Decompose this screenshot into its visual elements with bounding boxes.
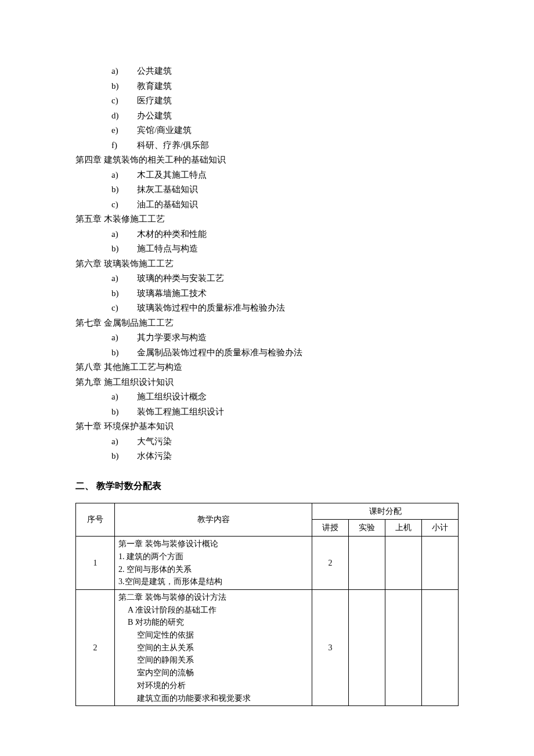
sub-item: a)其力学要求与构造 [75,330,459,345]
sub-item: b)施工特点与构造 [75,242,459,257]
sub-item-marker: d) [111,109,130,124]
content-line: A 准设计阶段的基础工作 [118,604,308,617]
sub-item: d)办公建筑 [75,109,459,124]
chapter-title: 第四章 建筑装饰的相关工种的基础知识 [75,153,459,168]
chapters-container: 第四章 建筑装饰的相关工种的基础知识a)木工及其施工特点b)抹灰工基础知识c)油… [75,153,459,464]
sub-item-text: 木材的种类和性能 [137,227,207,242]
sub-item: b)金属制品装饰过程中的质量标准与检验办法 [75,345,459,361]
sub-item: a)玻璃的种类与安装工艺 [75,271,459,286]
sub-item-text: 大气污染 [137,434,172,449]
sub-item-marker: a) [111,227,130,242]
cell-content: 第二章 装饰与装修的设计方法A 准设计阶段的基础工作B 对功能的研究空间定性的依… [115,590,312,706]
chapter-sub-list: a)木工及其施工特点b)抹灰工基础知识c)油工的基础知识 [75,168,459,213]
sub-item-text: 油工的基础知识 [137,197,198,213]
sub-item-text: 医疗建筑 [137,93,172,109]
sub-item-marker: a) [111,434,130,449]
content-line: 1. 建筑的两个方面 [118,550,308,563]
sub-item-text: 公共建筑 [137,64,172,79]
content-line: B 对功能的研究 [118,616,308,629]
th-computer: 上机 [385,520,422,537]
sub-item: a)木工及其施工特点 [75,168,459,183]
document-page: a)公共建筑b)教育建筑c)医疗建筑d)办公建筑e)宾馆/商业建筑f)科研、疗养… [0,0,534,756]
chapter-sub-list: a)大气污染b)水体污染 [75,434,459,464]
sub-item-text: 装饰工程施工组织设计 [137,405,224,420]
sub-item-text: 玻璃装饰过程中的质量标准与检验办法 [137,301,285,316]
chapter-sub-list: a)施工组织设计概念b)装饰工程施工组织设计 [75,390,459,419]
sub-item-text: 抹灰工基础知识 [137,182,198,197]
sub-item: a)木材的种类和性能 [75,227,459,242]
sub-item-text: 科研、疗养/俱乐部 [137,138,209,153]
sub-item-marker: b) [111,449,130,464]
cell-lecture: 3 [312,590,349,706]
sub-item-marker: b) [111,182,130,197]
sub-item-text: 其力学要求与构造 [137,330,207,345]
sub-item: a)大气污染 [75,434,459,449]
cell-subtotal [422,537,459,590]
hours-table-body: 1第一章 装饰与装修设计概论1. 建筑的两个方面2. 空间与形体的关系3.空间是… [76,537,459,706]
content-line: 第一章 装饰与装修设计概论 [118,538,308,550]
outline-section: a)公共建筑b)教育建筑c)医疗建筑d)办公建筑e)宾馆/商业建筑f)科研、疗养… [75,64,459,464]
sub-item-marker: a) [111,168,130,183]
chapter-title: 第六章 玻璃装饰施工工艺 [75,257,459,272]
sub-item: c)油工的基础知识 [75,197,459,213]
sub-item-marker: b) [111,242,130,257]
cell-lab [349,537,385,590]
sub-item-marker: a) [111,64,130,79]
content-line: 空间定性的依据 [118,629,308,642]
sub-item: b)装饰工程施工组织设计 [75,405,459,420]
sub-item: b)教育建筑 [75,79,459,94]
chapter-title: 第十章 环境保护基本知识 [75,419,459,434]
chapter-title: 第九章 施工组织设计知识 [75,375,459,390]
hours-table-head: 序号 教学内容 课时分配 讲授 实验 上机 小计 [76,503,459,537]
sub-item-marker: e) [111,123,130,138]
sub-item: a)公共建筑 [75,64,459,79]
sub-item-text: 水体污染 [137,449,172,464]
sub-item-text: 办公建筑 [137,109,172,124]
content-line: 建筑立面的功能要求和视觉要求 [118,692,308,705]
sub-item-text: 金属制品装饰过程中的质量标准与检验办法 [137,345,302,361]
sub-item-marker: c) [111,197,130,213]
section-2-title: 二、 教学时数分配表 [75,478,459,494]
th-content: 教学内容 [115,503,312,537]
sub-item: b)玻璃幕墙施工技术 [75,286,459,301]
sub-item-text: 宾馆/商业建筑 [137,123,192,138]
cell-computer [385,590,422,706]
cell-content: 第一章 装饰与装修设计概论1. 建筑的两个方面2. 空间与形体的关系3.空间是建… [115,537,312,590]
chapter-title: 第八章 其他施工工艺与构造 [75,360,459,375]
cell-lab [349,590,385,706]
th-subtotal: 小计 [422,520,459,537]
chapter-title: 第五章 木装修施工工艺 [75,212,459,227]
sub-item: a)施工组织设计概念 [75,390,459,405]
table-row: 2第二章 装饰与装修的设计方法A 准设计阶段的基础工作B 对功能的研究空间定性的… [76,590,459,706]
sub-item: b)抹灰工基础知识 [75,182,459,197]
hours-table: 序号 教学内容 课时分配 讲授 实验 上机 小计 1第一章 装饰与装修设计概论1… [75,503,459,707]
content-line: 空间的主从关系 [118,642,308,654]
th-hours-group: 课时分配 [312,503,459,520]
th-seq: 序号 [76,503,115,537]
content-line: 第二章 装饰与装修的设计方法 [118,591,308,604]
content-line: 空间的静闹关系 [118,654,308,667]
sub-item-text: 施工组织设计概念 [137,390,207,405]
sub-item-marker: c) [111,301,130,316]
sub-item: b)水体污染 [75,449,459,464]
sub-item-marker: a) [111,271,130,286]
sub-item: f)科研、疗养/俱乐部 [75,138,459,153]
chapter-sub-list: a)玻璃的种类与安装工艺b)玻璃幕墙施工技术c)玻璃装饰过程中的质量标准与检验办… [75,271,459,316]
chapter-sub-list: a)木材的种类和性能b)施工特点与构造 [75,227,459,257]
sub-item-marker: c) [111,93,130,109]
sub-item-marker: b) [111,405,130,420]
chapter-title: 第七章 金属制品施工工艺 [75,316,459,331]
sub-item-marker: b) [111,286,130,301]
cell-computer [385,537,422,590]
sub-item: e)宾馆/商业建筑 [75,123,459,138]
chapter-sub-list: a)其力学要求与构造b)金属制品装饰过程中的质量标准与检验办法 [75,330,459,360]
sub-item-text: 教育建筑 [137,79,172,94]
sub-item-marker: a) [111,390,130,405]
sub-item-marker: b) [111,345,130,361]
content-line: 室内空间的流畅 [118,667,308,679]
pre-items-list: a)公共建筑b)教育建筑c)医疗建筑d)办公建筑e)宾馆/商业建筑f)科研、疗养… [75,64,459,153]
content-line: 3.空间是建筑，而形体是结构 [118,575,308,588]
sub-item-text: 玻璃幕墙施工技术 [137,286,207,301]
sub-item-marker: f) [111,138,130,153]
sub-item-text: 施工特点与构造 [137,242,198,257]
